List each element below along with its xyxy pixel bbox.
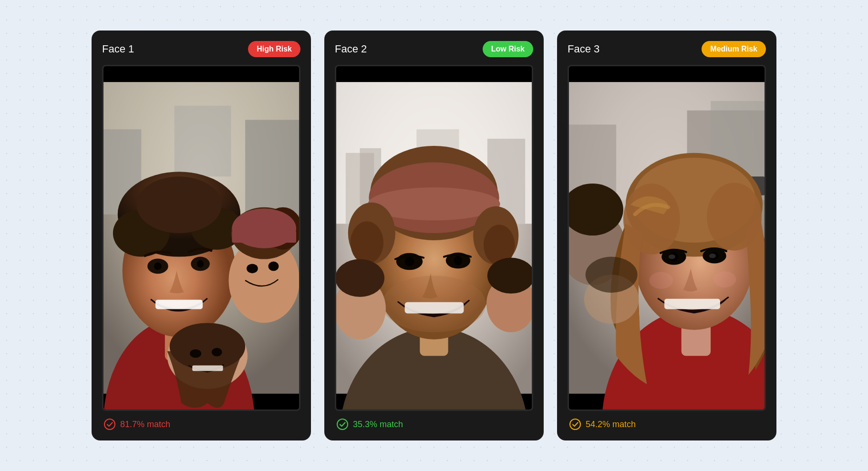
svg-point-79 (713, 271, 736, 287)
face-card-3: Face 3 Medium Risk (557, 31, 776, 440)
svg-point-11 (136, 176, 221, 233)
svg-point-26 (190, 349, 201, 358)
svg-point-14 (154, 262, 162, 270)
svg-point-69 (623, 184, 680, 255)
svg-rect-21 (232, 231, 296, 243)
svg-rect-28 (192, 365, 223, 371)
match-icon-3 (569, 419, 581, 430)
svg-point-53 (336, 259, 384, 297)
svg-point-48 (405, 257, 414, 266)
cards-container: Face 1 High Risk (92, 31, 776, 440)
svg-point-25 (170, 323, 245, 370)
svg-rect-16 (155, 300, 203, 309)
card-footer-1: 81.7% match (102, 419, 300, 430)
svg-point-49 (454, 256, 463, 266)
face-image-container-3 (568, 65, 766, 411)
face-label-3: Face 3 (568, 43, 599, 55)
card-footer-3: 54.2% match (568, 419, 766, 430)
card-footer-2: 35.3% match (335, 419, 533, 430)
svg-point-75 (669, 255, 675, 259)
svg-point-22 (247, 264, 258, 273)
svg-point-70 (707, 183, 762, 251)
risk-badge-1: High Risk (248, 41, 300, 57)
face-card-1: Face 1 High Risk (92, 31, 311, 440)
svg-point-78 (649, 272, 673, 289)
svg-point-23 (269, 262, 279, 271)
svg-rect-77 (664, 299, 720, 309)
face-label-1: Face 1 (102, 43, 134, 55)
face-image-container-2 (335, 65, 533, 411)
svg-point-81 (586, 257, 638, 293)
match-icon-1 (104, 419, 115, 430)
svg-point-76 (709, 254, 716, 258)
risk-badge-3: Medium Risk (702, 41, 766, 57)
svg-rect-51 (405, 302, 464, 314)
svg-point-15 (197, 260, 204, 268)
card-header-1: Face 1 High Risk (102, 41, 300, 57)
match-text-2: 35.3% match (353, 420, 403, 430)
match-text-1: 81.7% match (120, 420, 170, 430)
face-photo-1 (103, 66, 299, 410)
face-card-2: Face 2 Low Risk (324, 31, 544, 440)
face-image-container-1 (102, 65, 300, 411)
svg-rect-4 (175, 106, 231, 177)
match-text-3: 54.2% match (586, 420, 636, 430)
svg-point-44 (351, 221, 383, 264)
face-label-2: Face 2 (335, 43, 367, 55)
svg-point-27 (212, 348, 222, 357)
risk-badge-2: Low Risk (483, 41, 533, 57)
card-header-2: Face 2 Low Risk (335, 41, 533, 57)
svg-rect-3 (245, 120, 299, 214)
face-photo-3 (569, 66, 765, 410)
face-photo-2 (336, 66, 532, 410)
card-header-3: Face 3 Medium Risk (568, 41, 766, 57)
match-icon-2 (337, 419, 348, 430)
